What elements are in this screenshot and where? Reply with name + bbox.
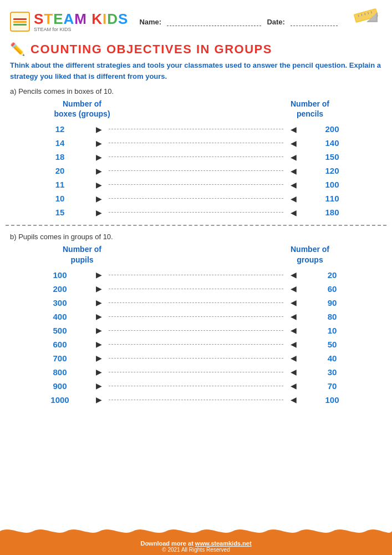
arrow-left-icon: ◀ — [288, 270, 299, 279]
table-row: 10 ▶ ◀ 110 — [10, 191, 382, 205]
right-value: 70 — [299, 381, 365, 391]
arrow-left-icon: ◀ — [288, 284, 299, 293]
arrow-right-icon: ▶ — [93, 180, 104, 189]
logo-steam-text: STEAM KIDS — [34, 12, 128, 26]
footer-content: Download more at www.steamkids.net © 202… — [0, 537, 392, 555]
subtitle: Think about the different strategies and… — [0, 60, 392, 86]
left-value: 1000 — [27, 395, 93, 405]
right-value: 120 — [299, 166, 365, 175]
date-line[interactable] — [291, 17, 338, 26]
left-value: 900 — [27, 381, 93, 391]
arrow-left-icon: ◀ — [288, 194, 299, 203]
logo: STEAM KIDS STEAM for KIDS — [10, 12, 128, 32]
arrow-right-icon: ▶ — [93, 312, 104, 321]
left-value: 200 — [27, 284, 93, 294]
arrow-right-icon: ▶ — [93, 270, 104, 279]
arrow-right-icon: ▶ — [93, 354, 104, 362]
section-b-label: b) Pupils comes in groups of 10. — [0, 231, 392, 244]
right-value: 110 — [299, 194, 365, 203]
left-value: 300 — [27, 298, 93, 307]
right-value: 100 — [299, 395, 365, 405]
right-value: 90 — [299, 298, 365, 307]
right-value: 50 — [299, 340, 365, 349]
table-row: 800 ▶ ◀ 30 — [10, 365, 382, 379]
table-row: 300 ▶ ◀ 90 — [10, 296, 382, 310]
right-value: 20 — [299, 270, 365, 280]
left-value: 12 — [27, 124, 93, 134]
table-row: 900 ▶ ◀ 70 — [10, 379, 382, 393]
arrow-right-icon: ▶ — [93, 208, 104, 217]
right-value: 80 — [299, 312, 365, 321]
arrow-left-icon: ◀ — [288, 367, 299, 376]
section-a-right-header: Number of pencils — [254, 99, 365, 119]
arrow-left-icon: ◀ — [288, 180, 299, 189]
section-b-rows: 100 ▶ ◀ 20 200 ▶ ◀ 60 300 ▶ ◀ 90 400 ▶ ◀… — [10, 268, 382, 407]
right-value: 150 — [299, 152, 365, 162]
table-row: 100 ▶ ◀ 20 — [10, 268, 382, 282]
arrow-right-icon: ▶ — [93, 167, 104, 175]
table-row: 500 ▶ ◀ 10 — [10, 324, 382, 337]
arrow-right-icon: ▶ — [93, 194, 104, 203]
right-value: 180 — [299, 208, 365, 217]
arrow-left-icon: ◀ — [288, 153, 299, 162]
logo-subtitle: STEAM for KIDS — [34, 27, 128, 32]
arrow-left-icon: ◀ — [288, 125, 299, 134]
footer-download-text: Download more at www.steamkids.net — [0, 540, 392, 547]
arrow-right-icon: ▶ — [93, 125, 104, 134]
name-label: Name: — [139, 18, 161, 26]
arrow-right-icon: ▶ — [93, 298, 104, 307]
main-title: COUNTING OBJECTIVES IN GROUPS — [30, 42, 272, 57]
left-value: 15 — [27, 208, 93, 217]
right-value: 60 — [299, 284, 365, 294]
page: STEAM KIDS STEAM for KIDS Name: Date: — [0, 0, 392, 555]
ruler-icon — [349, 7, 382, 37]
left-value: 400 — [27, 312, 93, 321]
right-value: 10 — [299, 326, 365, 335]
left-value: 14 — [27, 138, 93, 148]
arrow-right-icon: ▶ — [93, 340, 104, 349]
name-date-area: Name: Date: — [139, 17, 338, 26]
left-value: 700 — [27, 354, 93, 363]
table-row: 12 ▶ ◀ 200 — [10, 122, 382, 136]
left-value: 100 — [27, 270, 93, 280]
section-a-rows: 12 ▶ ◀ 200 14 ▶ ◀ 140 18 ▶ ◀ 150 20 ▶ ◀ … — [10, 122, 382, 219]
footer-copyright: © 2021 All Rights Reserved — [0, 547, 392, 553]
table-row: 18 ▶ ◀ 150 — [10, 150, 382, 164]
table-row: 20 ▶ ◀ 120 — [10, 164, 382, 178]
left-value: 500 — [27, 326, 93, 335]
left-value: 18 — [27, 152, 93, 162]
table-row: 1000 ▶ ◀ 100 — [10, 393, 382, 407]
section-divider — [6, 225, 386, 226]
date-label: Date: — [267, 18, 285, 26]
left-value: 11 — [27, 180, 93, 189]
section-b-table: Number of pupils Number of groups 100 ▶ … — [0, 244, 392, 406]
table-row: 400 ▶ ◀ 80 — [10, 310, 382, 324]
arrow-right-icon: ▶ — [93, 284, 104, 293]
table-row: 700 ▶ ◀ 40 — [10, 351, 382, 365]
arrow-right-icon: ▶ — [93, 326, 104, 335]
arrow-right-icon: ▶ — [93, 381, 104, 390]
name-line[interactable] — [167, 17, 261, 26]
left-value: 600 — [27, 340, 93, 349]
arrow-left-icon: ◀ — [288, 298, 299, 307]
title-bar: ✏️ COUNTING OBJECTIVES IN GROUPS — [0, 40, 392, 60]
arrow-right-icon: ▶ — [93, 395, 104, 404]
table-row: 600 ▶ ◀ 50 — [10, 337, 382, 351]
section-a-headers: Number of boxes (groups) Number of penci… — [10, 99, 382, 119]
left-value: 800 — [27, 367, 93, 377]
arrow-left-icon: ◀ — [288, 354, 299, 362]
footer-area: Download more at www.steamkids.net © 202… — [0, 526, 392, 555]
arrow-left-icon: ◀ — [288, 139, 299, 148]
arrow-left-icon: ◀ — [288, 208, 299, 217]
arrow-left-icon: ◀ — [288, 326, 299, 335]
section-a-label: a) Pencils comes in boxes of 10. — [0, 86, 392, 99]
section-a-left-header: Number of boxes (groups) — [27, 99, 138, 119]
right-value: 30 — [299, 367, 365, 377]
right-value: 100 — [299, 180, 365, 189]
arrow-left-icon: ◀ — [288, 381, 299, 390]
arrow-left-icon: ◀ — [288, 395, 299, 404]
arrow-left-icon: ◀ — [288, 167, 299, 175]
table-row: 200 ▶ ◀ 60 — [10, 282, 382, 296]
arrow-right-icon: ▶ — [93, 139, 104, 148]
section-b-headers: Number of pupils Number of groups — [10, 244, 382, 264]
